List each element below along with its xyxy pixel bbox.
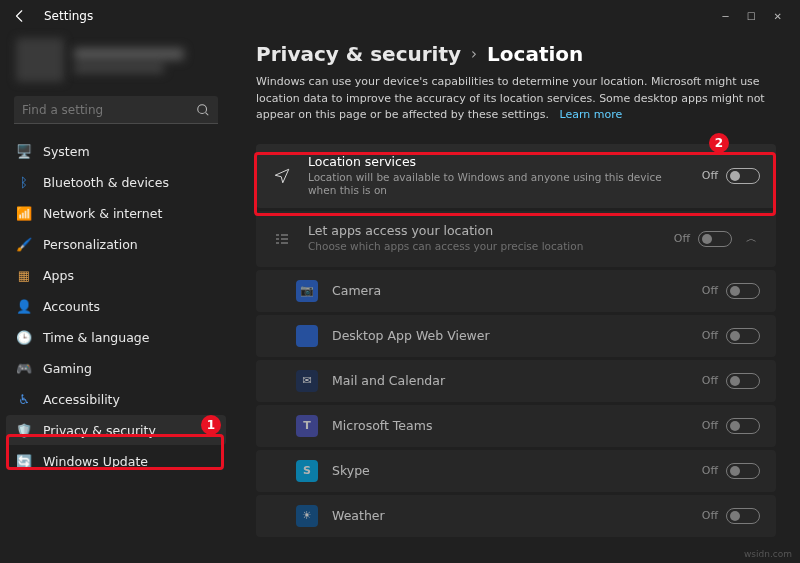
search-icon <box>196 102 210 121</box>
app-name: Mail and Calendar <box>332 373 702 388</box>
page-description: Windows can use your device's capabiliti… <box>256 74 766 124</box>
watermark: wsidn.com <box>744 549 792 559</box>
back-button[interactable] <box>8 4 32 28</box>
window-title: Settings <box>44 9 93 23</box>
app-row[interactable]: S Skype Off <box>256 450 776 492</box>
location-services-subtitle: Location will be available to Windows an… <box>308 171 688 198</box>
clock-icon: 🕒 <box>16 329 32 345</box>
app-state-label: Off <box>702 284 718 297</box>
svg-rect-3 <box>281 234 288 236</box>
sidebar-item-windows-update[interactable]: 🔄 Windows Update <box>6 446 226 476</box>
app-name: Desktop App Web Viewer <box>332 328 702 343</box>
update-icon: 🔄 <box>16 453 32 469</box>
user-profile[interactable] <box>6 32 226 96</box>
app-icon: S <box>296 460 318 482</box>
apps-header-subtitle: Choose which apps can access your precis… <box>308 240 674 254</box>
arrow-left-icon <box>13 9 27 23</box>
apps-icon: ▦ <box>16 267 32 283</box>
svg-rect-7 <box>281 242 288 244</box>
apps-header-state: Off <box>674 232 690 245</box>
bluetooth-icon: ᛒ <box>16 174 32 190</box>
app-toggle[interactable] <box>726 373 760 389</box>
app-state-label: Off <box>702 374 718 387</box>
svg-rect-5 <box>281 238 288 240</box>
app-row[interactable]: 📷 Camera Off <box>256 270 776 312</box>
app-icon: 📷 <box>296 280 318 302</box>
maximize-button[interactable]: ☐ <box>747 11 756 22</box>
wifi-icon: 📶 <box>16 205 32 221</box>
brush-icon: 🖌️ <box>16 236 32 252</box>
app-icon: ☀ <box>296 505 318 527</box>
app-icon: ✉ <box>296 370 318 392</box>
sidebar-item-label: Accounts <box>43 299 100 314</box>
app-name: Weather <box>332 508 702 523</box>
gaming-icon: 🎮 <box>16 360 32 376</box>
sidebar-item-label: Network & internet <box>43 206 162 221</box>
minimize-button[interactable]: ─ <box>723 11 729 22</box>
sidebar-item-apps[interactable]: ▦ Apps <box>6 260 226 290</box>
search-input[interactable] <box>14 96 218 124</box>
app-icon: T <box>296 415 318 437</box>
sidebar-item-label: Windows Update <box>43 454 148 469</box>
app-state-label: Off <box>702 329 718 342</box>
location-services-card[interactable]: Location services Location will be avail… <box>256 144 776 208</box>
apps-header-title: Let apps access your location <box>308 223 674 238</box>
sidebar-item-label: Gaming <box>43 361 92 376</box>
app-state-label: Off <box>702 419 718 432</box>
sidebar-item-gaming[interactable]: 🎮 Gaming <box>6 353 226 383</box>
sidebar-item-bluetooth-devices[interactable]: ᛒ Bluetooth & devices <box>6 167 226 197</box>
sidebar-item-accounts[interactable]: 👤 Accounts <box>6 291 226 321</box>
profile-email <box>74 64 164 73</box>
app-row[interactable]: ☀ Weather Off <box>256 495 776 537</box>
app-toggle[interactable] <box>726 328 760 344</box>
breadcrumb-parent[interactable]: Privacy & security <box>256 42 461 66</box>
app-toggle[interactable] <box>726 508 760 524</box>
sidebar-item-personalization[interactable]: 🖌️ Personalization <box>6 229 226 259</box>
sidebar-item-time-language[interactable]: 🕒 Time & language <box>6 322 226 352</box>
apps-header-toggle[interactable] <box>698 231 732 247</box>
app-state-label: Off <box>702 509 718 522</box>
sidebar-item-label: Personalization <box>43 237 138 252</box>
chevron-up-icon: ︿ <box>746 231 760 246</box>
location-services-toggle[interactable] <box>726 168 760 184</box>
app-toggle[interactable] <box>726 463 760 479</box>
learn-more-link[interactable]: Learn more <box>560 108 623 121</box>
sidebar-item-system[interactable]: 🖥️ System <box>6 136 226 166</box>
svg-line-1 <box>206 113 209 116</box>
svg-rect-4 <box>276 238 279 240</box>
location-services-state: Off <box>702 169 718 182</box>
sidebar-item-label: Privacy & security <box>43 423 156 438</box>
svg-rect-6 <box>276 242 279 244</box>
page-title: Location <box>487 42 583 66</box>
sidebar-item-label: Bluetooth & devices <box>43 175 169 190</box>
profile-name <box>74 48 184 60</box>
app-row[interactable]: ✉ Mail and Calendar Off <box>256 360 776 402</box>
app-name: Skype <box>332 463 702 478</box>
sidebar-item-accessibility[interactable]: ♿ Accessibility <box>6 384 226 414</box>
app-row[interactable]: T Microsoft Teams Off <box>256 405 776 447</box>
app-toggle[interactable] <box>726 418 760 434</box>
shield-icon: 🛡️ <box>16 422 32 438</box>
svg-rect-2 <box>276 234 279 236</box>
sidebar-item-privacy-security[interactable]: 🛡️ Privacy & security <box>6 415 226 445</box>
sidebar-item-label: Time & language <box>43 330 149 345</box>
monitor-icon: 🖥️ <box>16 143 32 159</box>
sidebar-item-label: Accessibility <box>43 392 120 407</box>
app-toggle[interactable] <box>726 283 760 299</box>
chevron-right-icon: › <box>471 45 477 63</box>
sidebar-item-network-internet[interactable]: 📶 Network & internet <box>6 198 226 228</box>
location-services-title: Location services <box>308 154 702 169</box>
location-arrow-icon <box>272 166 292 186</box>
list-icon <box>272 229 292 249</box>
person-icon: 👤 <box>16 298 32 314</box>
app-name: Camera <box>332 283 702 298</box>
sidebar-item-label: System <box>43 144 90 159</box>
close-button[interactable]: ✕ <box>774 11 782 22</box>
sidebar-item-label: Apps <box>43 268 74 283</box>
app-row[interactable]: Desktop App Web Viewer Off <box>256 315 776 357</box>
svg-point-0 <box>198 105 207 114</box>
app-state-label: Off <box>702 464 718 477</box>
app-name: Microsoft Teams <box>332 418 702 433</box>
app-icon <box>296 325 318 347</box>
let-apps-access-card[interactable]: Let apps access your location Choose whi… <box>256 211 776 267</box>
